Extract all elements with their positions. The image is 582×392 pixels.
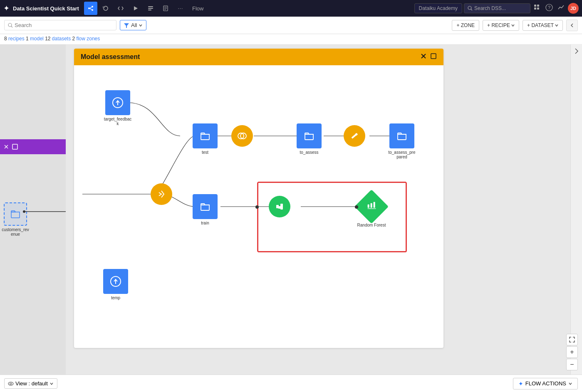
svg-point-0 (88, 7, 90, 9)
join-recipe-circle[interactable] (231, 125, 253, 147)
svg-rect-17 (534, 7, 536, 10)
target-feedback-node[interactable]: target_feedback (103, 90, 132, 126)
run-nav-btn[interactable] (129, 2, 142, 15)
target-feedback-label: target_feedback (103, 117, 132, 126)
more-nav-btn[interactable]: ··· (174, 2, 187, 15)
customers-revenue-dataset-box[interactable] (4, 202, 27, 226)
add-zone-button[interactable]: + ZONE (452, 20, 479, 31)
train-node[interactable]: train (193, 194, 218, 225)
zoom-out-button[interactable]: − (566, 359, 578, 370)
grid-nav-icon[interactable] (532, 4, 542, 12)
chevron-down-icon (568, 382, 572, 386)
random-forest-diamond[interactable] (354, 190, 389, 224)
filter-icon (124, 22, 129, 28)
flow-canvas[interactable]: Model assessment (66, 44, 570, 391)
nav-search-box[interactable]: Search DSS... (464, 3, 530, 13)
search-input[interactable] (15, 22, 106, 28)
deploy-nav-btn[interactable] (144, 2, 157, 15)
flow-stats-bar: 8 recipes 1 model 12 datasets 2 flow zon… (0, 34, 582, 44)
model-count: 1 (26, 36, 29, 42)
chevron-down-icon (555, 24, 558, 27)
zone-title: Model assessment (81, 53, 140, 61)
filter-dropdown[interactable]: All (120, 20, 146, 30)
zoom-controls: + − (566, 334, 578, 370)
code-nav-btn[interactable] (114, 2, 127, 15)
split-icon (156, 189, 166, 199)
view-label: View : default (15, 380, 48, 387)
to-assess-prepared-dataset-box[interactable] (389, 123, 414, 148)
to-assess-prepared-node[interactable]: to_assess_prepared (387, 123, 416, 159)
svg-point-13 (468, 6, 471, 10)
test-label: test (202, 150, 208, 155)
eye-icon (8, 381, 14, 387)
flow-label: Flow (192, 5, 203, 12)
upload-icon (112, 97, 124, 108)
svg-rect-15 (534, 5, 536, 7)
ml-train-recipe-circle[interactable] (269, 196, 290, 217)
zone-maximize-icon[interactable] (430, 53, 437, 61)
flow-zones-count: 2 (72, 36, 75, 42)
svg-line-22 (11, 26, 12, 27)
join-icon (237, 131, 248, 141)
upload-icon (110, 276, 121, 287)
academy-button[interactable]: Dataiku Academy (414, 3, 462, 13)
datasets-link[interactable]: datasets (52, 36, 71, 42)
flow-zones-link[interactable]: flow zones (77, 36, 100, 42)
search-icon (8, 23, 13, 28)
temp-dataset-box[interactable] (103, 269, 128, 294)
svg-rect-8 (148, 10, 151, 10)
prepare-recipe-circle[interactable] (344, 125, 365, 147)
ml-train-recipe-node[interactable] (269, 196, 290, 217)
connection-line (24, 211, 66, 212)
main-content-area: customers_revenue Model assessment (0, 44, 582, 391)
svg-line-14 (471, 9, 472, 10)
split-recipe-node[interactable] (151, 183, 172, 205)
zone-pin-icon[interactable] (420, 53, 427, 61)
svg-rect-44 (374, 202, 375, 208)
customers-revenue-node[interactable]: customers_revenue (1, 202, 30, 237)
maximize-icon[interactable] (12, 143, 18, 150)
flow-search-box[interactable] (4, 20, 116, 30)
notebook-nav-btn[interactable] (159, 2, 172, 15)
random-forest-node[interactable]: Random Forest (357, 192, 386, 227)
to-assess-dataset-box[interactable] (297, 123, 322, 148)
view-select[interactable]: View : default (4, 378, 57, 389)
app-logo: ✦ (3, 4, 10, 13)
recipes-count: 8 (4, 36, 7, 42)
split-recipe-circle[interactable] (151, 183, 172, 205)
chart-nav-icon[interactable] (556, 4, 566, 12)
prepare-recipe-node[interactable] (344, 125, 365, 147)
conn-dot-left (255, 205, 259, 209)
target-feedback-dataset-box[interactable] (105, 90, 130, 115)
random-forest-diamond-wrapper[interactable] (357, 192, 386, 221)
chevron-down-icon (511, 24, 515, 27)
top-navigation: ✦ Data Scientist Quick Start ··· Flow Da… (0, 0, 582, 17)
join-recipe-node[interactable] (231, 125, 253, 147)
help-nav-icon[interactable]: ? (544, 4, 555, 13)
expand-zoom-button[interactable] (566, 334, 578, 345)
unpin-icon[interactable] (3, 144, 9, 150)
test-dataset-box[interactable] (193, 123, 218, 148)
datasets-count: 12 (45, 36, 50, 42)
add-recipe-button[interactable]: + RECIPE (483, 20, 519, 31)
collapse-right-panel-button[interactable] (566, 20, 578, 31)
train-dataset-box[interactable] (193, 194, 218, 219)
svg-point-49 (10, 383, 12, 385)
svg-point-48 (8, 382, 13, 385)
user-avatar[interactable]: JD (568, 3, 579, 14)
filter-label: All (131, 22, 137, 28)
temp-node[interactable]: temp (103, 269, 128, 300)
to-assess-node[interactable]: to_assess (297, 123, 322, 155)
flow-actions-button[interactable]: ✦ FLOW ACTIONS (513, 378, 578, 390)
zoom-in-button[interactable]: + (566, 346, 578, 358)
add-dataset-button[interactable]: + DATASET (523, 20, 563, 31)
flow-nav-btn[interactable] (84, 2, 97, 15)
refresh-nav-btn[interactable] (99, 2, 112, 15)
conn-dot-right (355, 205, 358, 209)
test-node[interactable]: test (193, 123, 218, 155)
chevron-down-icon (139, 23, 143, 27)
recipes-link[interactable]: recipes (8, 36, 25, 42)
svg-line-3 (90, 7, 92, 8)
to-assess-prepared-label: to_assess_prepared (387, 150, 416, 159)
model-link[interactable]: model (30, 36, 44, 42)
